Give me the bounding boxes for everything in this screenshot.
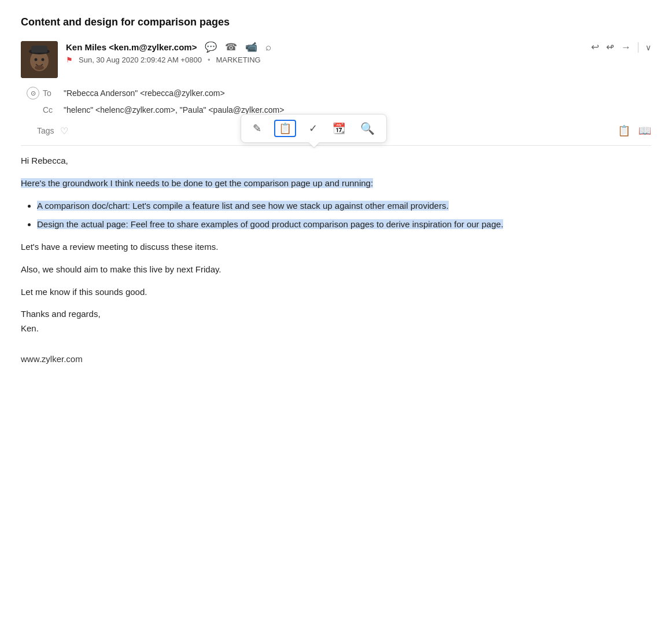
tag-icon[interactable]: ♡ <box>60 126 68 137</box>
meta-rows: ⊙ To "Rebecca Anderson" <rebecca@zylker.… <box>27 84 651 117</box>
to-value: "Rebecca Anderson" <rebecca@zylker.com> <box>64 88 225 98</box>
tags-row: Tags ♡ ✎ 📋 ✓ 📆 🔍 📋 📖 <box>21 121 651 141</box>
bullet-item-1: A comparison doc/chart: Let's compile a … <box>37 199 651 213</box>
bullet-item-2: Design the actual page: Feel free to sha… <box>37 217 651 232</box>
signature: Thanks and regards, Ken. <box>21 307 651 336</box>
greeting: Hi Rebecca, <box>21 154 651 168</box>
category-badge: MARKETING <box>216 56 260 64</box>
phone-icon[interactable]: ☎ <box>225 41 237 53</box>
sender-info: Ken Miles <ken.m@zylker.com> 💬 ☎ 📹 ⌕ ↩ ↫… <box>66 41 651 64</box>
book-right-icon[interactable]: 📖 <box>638 124 651 137</box>
video-icon[interactable]: 📹 <box>245 41 257 53</box>
header-right-block: ↩ ↫ → ∨ <box>591 41 651 53</box>
reply-actions: ↩ ↫ → ∨ <box>591 41 651 53</box>
more-icon[interactable]: ∨ <box>645 43 651 52</box>
right-icons: 📋 📖 <box>618 124 651 137</box>
check-toolbar-btn[interactable]: ✓ <box>307 120 320 137</box>
email-header: Ken Miles <ken.m@zylker.com> 💬 ☎ 📹 ⌕ ↩ ↫… <box>21 41 651 78</box>
svg-point-5 <box>42 58 45 61</box>
toolbar-popup: ✎ 📋 ✓ 📆 🔍 <box>241 114 387 143</box>
website: www.zylker.com <box>21 352 651 367</box>
forward-icon[interactable]: → <box>621 42 631 53</box>
note-right-icon[interactable]: 📋 <box>618 124 630 137</box>
bullet-list: A comparison doc/chart: Let's compile a … <box>37 199 651 233</box>
svg-rect-3 <box>31 46 47 53</box>
flag-icon: ⚑ <box>66 56 73 64</box>
email-body: Hi Rebecca, Here's the groundwork I thin… <box>21 154 651 367</box>
svg-point-6 <box>35 65 44 70</box>
collapse-icon[interactable]: ⊙ <box>27 87 39 99</box>
divider <box>21 145 651 146</box>
divider <box>638 42 638 53</box>
sender-name: Ken Miles <ken.m@zylker.com> <box>66 42 197 52</box>
svg-point-4 <box>35 58 38 61</box>
sender-date-row: ⚑ Sun, 30 Aug 2020 2:09:42 AM +0800 • MA… <box>66 56 651 64</box>
edit-toolbar-btn[interactable]: ✎ <box>250 120 264 137</box>
email-subject: Content and design for comparison pages <box>21 16 651 28</box>
note-toolbar-btn[interactable]: 📋 <box>274 120 296 137</box>
para3: Let me know if this sounds good. <box>21 285 651 300</box>
bullet1-highlighted: A comparison doc/chart: Let's compile a … <box>37 201 449 211</box>
para2: Also, we should aim to make this live by… <box>21 263 651 277</box>
sign1: Thanks and regards, <box>21 307 651 322</box>
to-label: To <box>43 88 64 98</box>
tags-label: Tags <box>37 126 58 135</box>
cc-label: Cc <box>43 105 64 115</box>
calendar-toolbar-btn[interactable]: 📆 <box>330 120 348 137</box>
bullet2-highlighted: Design the actual page: Feel free to sha… <box>37 219 503 229</box>
sender-avatar <box>21 41 58 78</box>
cc-value: "helenc" <helenc@zylker.com>, "Paula" <p… <box>64 105 284 115</box>
action-icons: 💬 ☎ 📹 ⌕ <box>205 41 271 53</box>
intro-paragraph: Here's the groundwork I think needs to b… <box>21 176 651 191</box>
reply-icon[interactable]: ↩ <box>591 41 599 53</box>
search-email-icon[interactable]: ⌕ <box>265 42 271 53</box>
intro-highlighted: Here's the groundwork I think needs to b… <box>21 178 373 188</box>
sign2: Ken. <box>21 322 651 336</box>
chat-icon[interactable]: 💬 <box>205 41 217 53</box>
search-toolbar-btn[interactable]: 🔍 <box>358 119 377 138</box>
para1: Let's have a review meeting to discuss t… <box>21 240 651 255</box>
reply-all-icon[interactable]: ↫ <box>606 41 614 53</box>
to-row: ⊙ To "Rebecca Anderson" <rebecca@zylker.… <box>27 84 651 102</box>
sender-date: Sun, 30 Aug 2020 2:09:42 AM +0800 <box>79 56 202 64</box>
